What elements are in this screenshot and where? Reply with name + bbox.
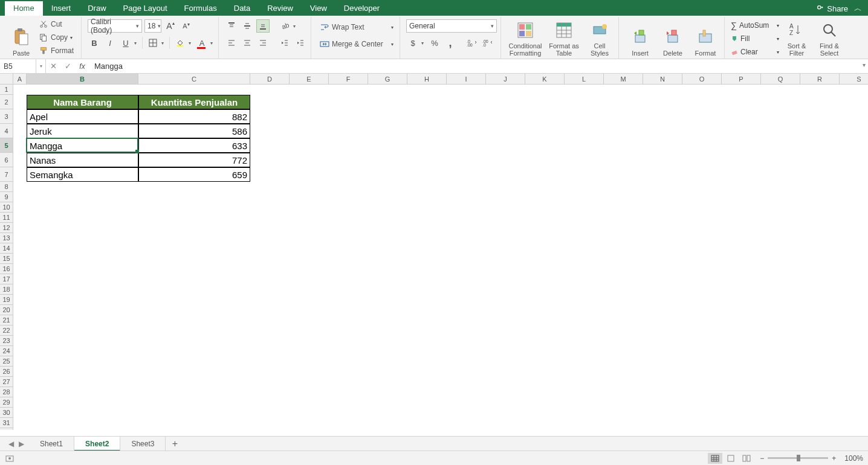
decrease-font-button[interactable]: A▾ xyxy=(180,19,193,33)
row-header[interactable]: 30 xyxy=(0,408,13,418)
orientation-caret[interactable]: ▾ xyxy=(291,19,297,33)
row-header[interactable]: 15 xyxy=(0,254,13,264)
row-header[interactable]: 13 xyxy=(0,233,13,243)
macro-record-icon[interactable] xyxy=(5,454,15,463)
row-header[interactable]: 3 xyxy=(0,109,13,124)
column-header[interactable]: L xyxy=(565,74,604,85)
border-button[interactable] xyxy=(146,36,160,50)
cell[interactable]: 586 xyxy=(138,124,250,138)
copy-button[interactable]: Copy ▾ xyxy=(39,31,77,43)
row-header[interactable]: 10 xyxy=(0,202,13,213)
chevron-up-icon[interactable]: ︿ xyxy=(854,3,862,14)
font-size-combo[interactable]: 18▾ xyxy=(144,19,161,33)
decrease-indent-button[interactable] xyxy=(278,36,291,50)
percent-button[interactable]: % xyxy=(428,36,441,50)
cell[interactable]: 633 xyxy=(138,138,250,153)
share-button[interactable]: Share ︿ xyxy=(810,3,868,14)
column-header[interactable]: A xyxy=(13,74,27,85)
increase-indent-button[interactable] xyxy=(294,36,307,50)
sheet-nav-next[interactable]: ▶ xyxy=(19,440,24,448)
column-header[interactable]: D xyxy=(250,74,290,85)
increase-font-button[interactable]: A▴ xyxy=(164,19,177,33)
column-header[interactable]: H xyxy=(407,74,447,85)
column-header[interactable]: I xyxy=(447,74,486,85)
align-bottom-button[interactable] xyxy=(256,19,270,33)
sheet-tab[interactable]: Sheet3 xyxy=(120,437,166,451)
column-header[interactable]: P xyxy=(722,74,761,85)
cell[interactable]: Nama Barang xyxy=(27,95,138,109)
row-header[interactable]: 1 xyxy=(0,85,13,95)
column-header[interactable]: F xyxy=(329,74,368,85)
italic-button[interactable]: I xyxy=(103,36,117,50)
ribbon-tab-formulas[interactable]: Formulas xyxy=(176,1,225,16)
row-header[interactable]: 5 xyxy=(0,138,13,153)
zoom-value[interactable]: 100% xyxy=(844,454,863,463)
page-layout-view-button[interactable] xyxy=(724,453,738,464)
column-header[interactable]: S xyxy=(840,74,868,85)
row-header[interactable]: 11 xyxy=(0,213,13,223)
cell[interactable]: Mangga xyxy=(27,138,138,153)
column-header[interactable]: R xyxy=(800,74,840,85)
sheet-tab[interactable]: Sheet1 xyxy=(29,437,74,451)
row-header[interactable]: 20 xyxy=(0,305,13,315)
column-header[interactable]: C xyxy=(138,74,250,85)
align-middle-button[interactable] xyxy=(241,19,254,33)
autosum-button[interactable]: ∑AutoSum▾ xyxy=(731,19,779,31)
row-header[interactable]: 9 xyxy=(0,192,13,202)
row-header[interactable]: 28 xyxy=(0,387,13,397)
find-select-button[interactable]: Find & Select xyxy=(814,18,844,57)
normal-view-button[interactable] xyxy=(708,453,722,464)
enter-formula-button[interactable]: ✓ xyxy=(60,59,75,73)
column-header[interactable]: G xyxy=(368,74,407,85)
paste-button[interactable]: Paste xyxy=(6,18,36,57)
row-header[interactable]: 24 xyxy=(0,346,13,356)
page-break-view-button[interactable] xyxy=(739,453,754,464)
cell[interactable]: 659 xyxy=(138,167,250,182)
align-center-button[interactable] xyxy=(241,36,254,50)
row-header[interactable]: 23 xyxy=(0,336,13,346)
column-header[interactable]: J xyxy=(486,74,525,85)
row-header[interactable]: 4 xyxy=(0,124,13,138)
ribbon-tab-insert[interactable]: Insert xyxy=(43,1,80,16)
add-sheet-button[interactable]: + xyxy=(166,438,184,449)
row-header[interactable]: 32 xyxy=(0,428,13,430)
comma-button[interactable]: , xyxy=(444,36,457,50)
ribbon-tab-home[interactable]: Home xyxy=(5,1,43,16)
fx-button[interactable]: fx xyxy=(75,59,89,73)
ribbon-tab-page-layout[interactable]: Page Layout xyxy=(115,1,176,16)
currency-button[interactable]: $ xyxy=(406,36,419,50)
formula-expand-button[interactable]: ▾ xyxy=(863,62,866,68)
row-header[interactable]: 22 xyxy=(0,326,13,336)
row-header[interactable]: 2 xyxy=(0,95,13,109)
column-header[interactable]: K xyxy=(525,74,565,85)
row-header[interactable]: 18 xyxy=(0,284,13,295)
cell[interactable]: 772 xyxy=(138,153,250,167)
cell[interactable]: Jeruk xyxy=(27,124,138,138)
delete-cells-button[interactable]: Delete xyxy=(658,18,688,57)
sheet-tab[interactable]: Sheet2 xyxy=(74,437,120,451)
ribbon-tab-draw[interactable]: Draw xyxy=(79,1,114,16)
increase-decimal-button[interactable]: .0.00 xyxy=(465,36,479,50)
row-header[interactable]: 19 xyxy=(0,295,13,305)
spreadsheet-grid[interactable]: ABCDEFGHIJKLMNOPQRS 12345678910111213141… xyxy=(0,74,868,430)
format-as-table-button[interactable]: Format as Table xyxy=(546,18,582,57)
row-header[interactable]: 26 xyxy=(0,367,13,377)
insert-cells-button[interactable]: Insert xyxy=(625,18,655,57)
ribbon-tab-data[interactable]: Data xyxy=(225,1,259,16)
fontcolor-caret[interactable]: ▾ xyxy=(209,36,215,50)
cell[interactable]: 882 xyxy=(138,109,250,124)
row-header[interactable]: 21 xyxy=(0,315,13,326)
row-header[interactable]: 14 xyxy=(0,243,13,254)
ribbon-tab-view[interactable]: View xyxy=(302,1,335,16)
name-box-caret[interactable]: ▾ xyxy=(36,59,46,73)
font-name-combo[interactable]: Calibri (Body)▾ xyxy=(88,19,142,33)
fill-caret[interactable]: ▾ xyxy=(187,36,193,50)
underline-caret[interactable]: ▾ xyxy=(132,36,138,50)
row-header[interactable]: 31 xyxy=(0,418,13,428)
column-header[interactable]: B xyxy=(27,74,138,85)
column-header[interactable]: O xyxy=(682,74,722,85)
column-header[interactable]: E xyxy=(290,74,329,85)
fill-color-button[interactable] xyxy=(173,36,187,50)
cell[interactable]: Semangka xyxy=(27,167,138,182)
column-header[interactable]: N xyxy=(643,74,682,85)
